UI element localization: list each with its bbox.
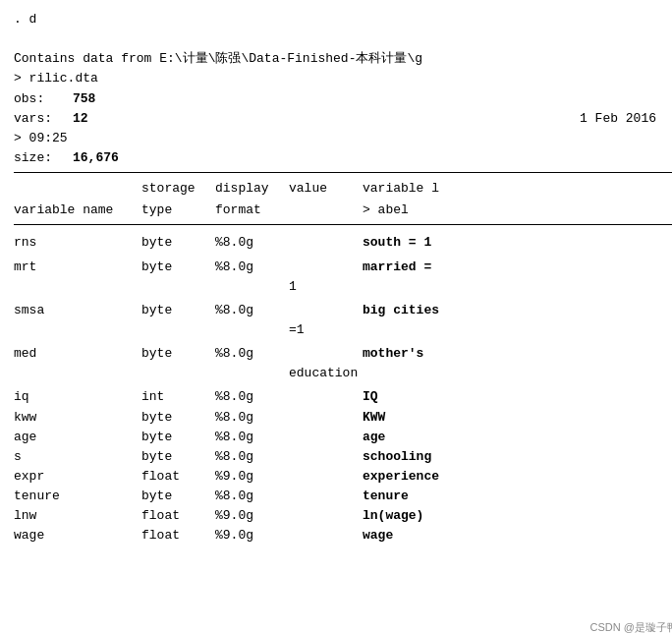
col-value-h1: value [289,179,363,199]
watermark: CSDN @是璇子鸭 [590,620,672,633]
table-row: agebyte%8.0gage [14,428,672,447]
var-display: %9.0g [215,526,289,546]
var-value [289,387,363,407]
table-row: sbyte%8.0gschooling [14,447,672,467]
command-line: . d [14,10,672,29]
var-storage: byte [141,428,215,447]
size-line: size: 16,676 [14,148,672,168]
var-storage: byte [141,447,215,467]
var-name: s [14,447,141,467]
table-row: tenurebyte%8.0gtenure [14,487,672,506]
var-display: %8.0g [215,258,289,277]
var-value [289,447,363,467]
var-name: iq [14,387,141,407]
var-name: smsa [14,301,141,320]
var-storage: byte [141,258,215,277]
var-display: %9.0g [215,467,289,487]
var-storage: byte [141,301,215,320]
var-name [14,277,141,297]
var-display [215,277,289,297]
var-value [289,258,363,277]
table-row: mrtbyte%8.0gmarried = [14,258,672,277]
var-storage [141,364,215,383]
var-display: %8.0g [215,233,289,253]
var-display: %8.0g [215,408,289,428]
var-label: married = [363,258,431,277]
col-header-row2: variable name type format > abel [14,201,672,220]
var-display: %8.0g [215,428,289,447]
var-name [14,364,141,383]
var-storage: byte [141,233,215,253]
var-value [289,526,363,546]
blank-line [14,29,672,49]
var-value [289,428,363,447]
var-label: mother's [363,344,423,364]
var-name: rns [14,233,141,253]
var-storage: int [141,387,215,407]
var-value: 1 [289,277,363,297]
var-storage [141,277,215,297]
var-display: %8.0g [215,387,289,407]
var-value: =1 [289,320,363,340]
var-display [215,364,289,383]
var-name: lnw [14,506,141,526]
col-display-h1: display [215,179,289,199]
var-storage: float [141,526,215,546]
col-value-h2 [289,201,363,220]
filename-line: > rilic.dta [14,69,672,88]
var-name [14,320,141,340]
time-line: > 09:25 [14,129,672,148]
col-header-row1: storage display value variable l [14,177,672,201]
var-value [289,344,363,364]
var-label: IQ [363,387,378,407]
var-storage [141,320,215,340]
col-display-h2: format [215,201,289,220]
table-row: iqint%8.0gIQ [14,387,672,407]
vars-label: vars: [14,109,73,129]
var-value [289,506,363,526]
size-label: size: [14,148,73,168]
date-value: 1 Feb 2016 [161,109,672,129]
table-row: exprfloat%9.0gexperience [14,467,672,487]
var-label: age [363,428,385,447]
var-name: mrt [14,258,141,277]
var-storage: float [141,506,215,526]
var-name: med [14,344,141,364]
var-value [289,408,363,428]
vars-value: 12 [73,109,161,129]
col-varlabel-h2: > abel [363,201,409,220]
col-varlabel-h1: variable l [363,179,439,199]
source-line: Contains data from E:\计量\陈强\Data-Finishe… [14,49,672,69]
var-storage: byte [141,344,215,364]
var-name: age [14,428,141,447]
table-row: =1 [14,320,672,340]
table-row: wagefloat%9.0gwage [14,526,672,546]
var-display: %9.0g [215,506,289,526]
table-row: rnsbyte%8.0gsouth = 1 [14,233,672,253]
top-separator [14,172,672,173]
obs-line: obs: 758 [14,89,672,109]
col-storage-h2: type [141,201,215,220]
var-label: big cities [363,301,439,320]
var-label: KWW [363,408,385,428]
var-storage: byte [141,487,215,506]
vars-line: vars: 12 1 Feb 2016 [14,109,672,129]
var-value [289,233,363,253]
col-varname-h2: variable name [14,201,141,220]
table-row: 1 [14,277,672,297]
terminal-window: . d Contains data from E:\计量\陈强\Data-Fin… [14,10,672,633]
table-row: education [14,364,672,383]
var-value [289,487,363,506]
var-display: %8.0g [215,301,289,320]
var-display: %8.0g [215,447,289,467]
obs-label: obs: [14,89,73,109]
var-display [215,320,289,340]
var-label: ln(wage) [363,506,423,526]
var-display: %8.0g [215,487,289,506]
table-row: lnwfloat%9.0gln(wage) [14,506,672,526]
table-row: kwwbyte%8.0gKWW [14,408,672,428]
var-label: experience [363,467,439,487]
var-name: tenure [14,487,141,506]
var-value: education [289,364,363,383]
size-value: 16,676 [73,148,119,168]
